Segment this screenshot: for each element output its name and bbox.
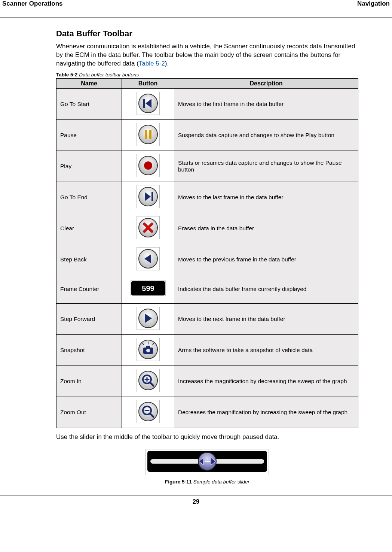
svg-rect-8: [151, 192, 153, 201]
svg-rect-4: [149, 130, 151, 139]
intro-text-1: Whenever communication is established wi…: [56, 43, 355, 67]
desc-cell: Starts or resumes data capture and chang…: [174, 151, 358, 182]
svg-point-27: [208, 461, 210, 462]
snapshot-icon: [137, 338, 160, 361]
table-row: Zoom Out Decreases the magnification by …: [56, 397, 358, 428]
desc-cell: Indicates the data buffer frame currentl…: [174, 275, 358, 303]
svg-point-17: [146, 349, 150, 352]
name-cell: Play: [56, 151, 122, 182]
header-left: Scanner Operations: [2, 0, 63, 7]
table-row: Go To Start Moves to the first frame in …: [56, 88, 358, 119]
figure-caption: Figure 5-11 Sample data buffer slider: [56, 479, 358, 485]
pause-icon: [137, 123, 160, 146]
desc-cell: Increases the magnification by decreasin…: [174, 366, 358, 397]
name-cell: Snapshot: [56, 334, 122, 366]
slider-figure: Figure 5-11 Sample data buffer slider: [56, 449, 358, 485]
desc-cell: Moves to the next frame in the data buff…: [174, 303, 358, 334]
table-caption: Table 5-2 Data buffer toolbar buttons: [56, 72, 358, 78]
svg-point-18: [139, 371, 157, 390]
record-icon: [137, 154, 160, 177]
go-to-end-icon: [137, 185, 160, 208]
th-button: Button: [122, 78, 174, 88]
page-number: 29: [0, 498, 392, 513]
header-right: Navigation: [357, 0, 390, 7]
data-buffer-slider-icon: [147, 451, 267, 472]
zoom-out-icon: [137, 400, 160, 423]
name-cell: Frame Counter: [56, 275, 122, 303]
step-back-icon: [137, 247, 160, 270]
table-caption-text: Data buffer toolbar buttons: [79, 72, 139, 78]
table-row: Frame Counter 599 Indicates the data buf…: [56, 275, 358, 303]
intro-text-2: ).: [165, 60, 169, 67]
table-row: Step Back Moves to the previous frame in…: [56, 244, 358, 275]
table-row: Step Forward Moves to the next frame in …: [56, 303, 358, 334]
table-row: Pause Suspends data capture and changes …: [56, 119, 358, 151]
clear-icon: [137, 216, 160, 239]
svg-point-2: [139, 125, 157, 144]
table-row: Zoom In Increases the magnification by d…: [56, 366, 358, 397]
desc-cell: Moves to the previous frame in the data …: [174, 244, 358, 275]
desc-cell: Moves to the first frame in the data buf…: [174, 88, 358, 119]
name-cell: Clear: [56, 213, 122, 244]
desc-cell: Moves to the last frame in the data buff…: [174, 182, 358, 213]
name-cell: Zoom Out: [56, 397, 122, 428]
section-title: Data Buffer Toolbar: [56, 29, 358, 39]
name-cell: Go To End: [56, 182, 122, 213]
desc-cell: Decreases the magnification by increasin…: [174, 397, 358, 428]
table-row: Clear Erases data in the data buffer: [56, 213, 358, 244]
table-caption-label: Table 5-2: [56, 72, 78, 78]
footer-rule: [0, 495, 392, 496]
intro-paragraph: Whenever communication is established wi…: [56, 42, 358, 68]
desc-cell: Suspends data capture and changes to sho…: [174, 119, 358, 151]
desc-cell: Erases data in the data buffer: [174, 213, 358, 244]
table-row: Go To End Moves to the last frame in the…: [56, 182, 358, 213]
svg-point-20: [139, 402, 157, 421]
svg-point-25: [205, 461, 206, 462]
step-forward-icon: [137, 307, 160, 330]
svg-text:599: 599: [142, 284, 154, 292]
desc-cell: Arms the software to take a snapshot of …: [174, 334, 358, 366]
figure-caption-text: Sample data buffer slider: [193, 479, 249, 485]
svg-rect-3: [145, 130, 147, 139]
th-description: Description: [174, 78, 358, 88]
table-row: Snapshot Arms the software to take a sna…: [56, 334, 358, 366]
name-cell: Step Back: [56, 244, 122, 275]
table-row: Play Starts or resumes data capture and …: [56, 151, 358, 182]
figure-caption-label: Figure 5-11: [165, 479, 192, 485]
name-cell: Pause: [56, 119, 122, 151]
name-cell: Zoom In: [56, 366, 122, 397]
slider-text: Use the slider in the middle of the tool…: [56, 433, 358, 441]
th-name: Name: [56, 78, 122, 88]
go-to-start-icon: [137, 92, 160, 115]
frame-counter-icon: 599: [131, 280, 166, 296]
svg-point-26: [206, 461, 208, 462]
zoom-in-icon: [137, 369, 160, 392]
svg-rect-16: [146, 346, 150, 348]
buffer-table: Name Button Description Go To Start Move…: [56, 78, 358, 428]
name-cell: Step Forward: [56, 303, 122, 334]
name-cell: Go To Start: [56, 88, 122, 119]
table-header-row: Name Button Description: [56, 78, 358, 88]
svg-rect-1: [143, 99, 145, 108]
table-link[interactable]: Table 5-2: [139, 60, 165, 67]
svg-point-6: [144, 161, 152, 170]
